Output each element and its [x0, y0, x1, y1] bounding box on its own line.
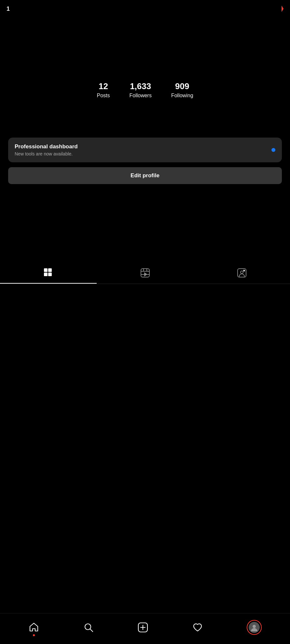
status-icons [280, 6, 283, 12]
stat-following[interactable]: 909 Following [171, 81, 193, 99]
heart-icon [192, 622, 203, 633]
signal-icon [280, 6, 283, 12]
svg-rect-0 [44, 268, 48, 272]
following-count: 909 [175, 81, 189, 91]
bio-area [0, 105, 290, 131]
grid-icon [44, 268, 53, 278]
posts-label: Posts [97, 93, 110, 99]
home-icon [28, 622, 39, 633]
svg-rect-5 [141, 271, 149, 272]
followers-count: 1,633 [130, 81, 151, 91]
svg-rect-2 [44, 273, 48, 276]
svg-rect-1 [48, 268, 52, 272]
svg-rect-3 [48, 273, 52, 276]
followers-label: Followers [129, 93, 151, 99]
svg-marker-9 [144, 272, 147, 276]
svg-rect-8 [146, 269, 147, 271]
stat-followers[interactable]: 1,633 Followers [129, 81, 151, 99]
svg-rect-7 [143, 269, 144, 271]
profile-avatar-inner [249, 622, 260, 633]
pro-dashboard-card[interactable]: Professional dashboard New tools are now… [8, 138, 282, 162]
profile-stats: 12 Posts 1,633 Followers 909 Following [0, 72, 290, 105]
create-icon [137, 622, 148, 633]
content-grid [0, 284, 290, 398]
content-spacer [0, 191, 290, 256]
nav-profile[interactable] [242, 617, 267, 637]
nav-home[interactable] [23, 619, 45, 636]
search-icon [83, 622, 94, 633]
posts-count: 12 [99, 81, 108, 91]
nav-create[interactable] [132, 619, 154, 636]
tagged-icon [237, 268, 247, 278]
pro-dashboard-subtitle: New tools are now available. [15, 151, 78, 156]
pro-dashboard-title: Professional dashboard [15, 143, 78, 150]
svg-point-11 [241, 271, 243, 274]
reels-icon [140, 268, 150, 278]
avatar-area [0, 16, 290, 68]
svg-point-20 [253, 625, 256, 628]
following-label: Following [171, 93, 193, 99]
nav-activity[interactable] [187, 619, 208, 636]
status-time: 1 [7, 6, 10, 12]
svg-line-16 [90, 629, 93, 632]
stat-posts[interactable]: 12 Posts [97, 81, 110, 99]
tab-reels[interactable] [97, 262, 193, 284]
pro-dashboard-text: Professional dashboard New tools are now… [15, 143, 78, 156]
status-bar: 1 [0, 0, 290, 16]
home-notification-dot [33, 634, 35, 636]
tab-tagged[interactable] [193, 262, 290, 284]
pro-dashboard-notification-dot [271, 148, 275, 152]
profile-tabs [0, 262, 290, 284]
profile-avatar-selected [247, 620, 262, 635]
tab-grid[interactable] [0, 262, 97, 284]
edit-profile-button[interactable]: Edit profile [8, 167, 282, 184]
bottom-nav [0, 613, 290, 644]
nav-search[interactable] [78, 619, 99, 636]
